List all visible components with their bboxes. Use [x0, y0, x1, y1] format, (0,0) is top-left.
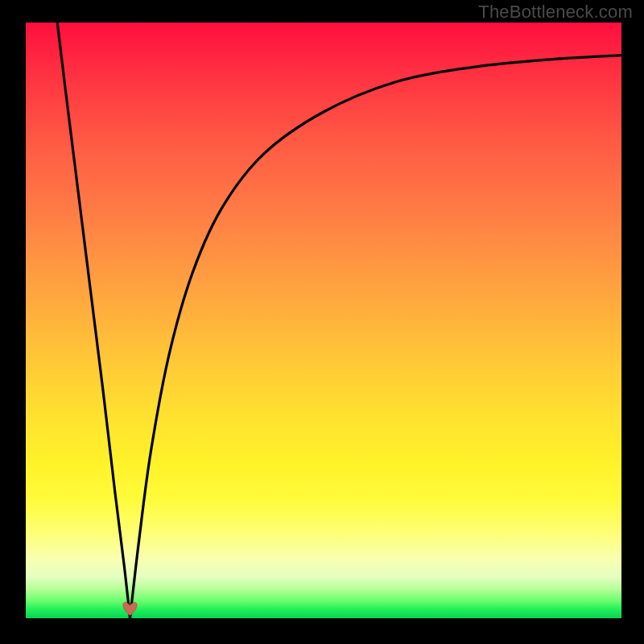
curve-layer — [26, 23, 621, 618]
bottleneck-curve — [57, 23, 621, 618]
optimum-heart-icon — [123, 602, 137, 615]
chart-frame: TheBottleneck.com — [0, 0, 644, 644]
plot-area — [26, 23, 621, 618]
optimum-heart-icon — [123, 602, 137, 615]
watermark-label: TheBottleneck.com — [478, 2, 633, 23]
